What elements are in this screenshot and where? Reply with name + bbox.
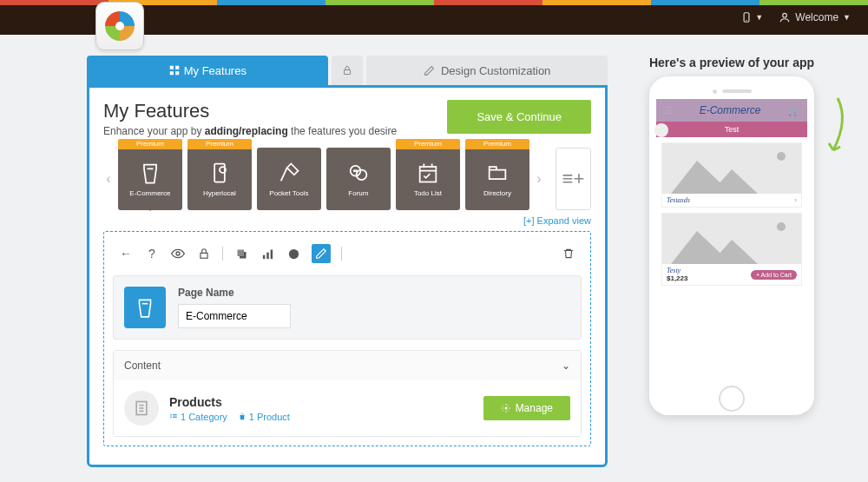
top-bar: ▼ Welcome ▼ xyxy=(0,0,868,35)
help-icon[interactable]: ? xyxy=(144,246,160,261)
svg-rect-14 xyxy=(420,167,437,182)
svg-rect-6 xyxy=(175,71,179,75)
gear-icon xyxy=(501,403,511,413)
carousel-next[interactable]: › xyxy=(534,171,544,187)
page-icon[interactable] xyxy=(124,287,166,328)
grid-icon xyxy=(168,64,181,76)
premium-badge: Premium xyxy=(118,139,182,149)
feature-card-hyperlocal[interactable]: PremiumHyperlocal xyxy=(187,148,252,210)
tab-design-customization[interactable]: Design Customization xyxy=(366,56,608,85)
bag-icon xyxy=(238,413,247,421)
save-continue-button[interactable]: Save & Continue xyxy=(447,100,591,134)
welcome-menu[interactable]: Welcome ▼ xyxy=(779,11,851,23)
back-icon[interactable]: ← xyxy=(118,246,134,261)
list-icon xyxy=(169,413,178,421)
page-name-section: Page Name xyxy=(113,275,582,340)
editor-toolbar: ← ? xyxy=(113,241,582,267)
svg-rect-19 xyxy=(262,254,265,258)
palette-icon[interactable] xyxy=(286,246,301,261)
products-meta: 1 Category 1 Product xyxy=(169,412,290,422)
features-carousel: ‹ PremiumE-CommercePremiumHyperlocalPock… xyxy=(103,148,591,210)
lock-icon xyxy=(342,65,352,76)
svg-rect-7 xyxy=(345,70,351,75)
svg-rect-27 xyxy=(170,414,172,415)
welcome-label: Welcome xyxy=(795,11,838,23)
carousel-prev[interactable]: ‹ xyxy=(103,171,114,187)
feature-label: Directory xyxy=(483,189,511,197)
svg-point-12 xyxy=(354,170,355,171)
feature-label: Forum xyxy=(348,189,368,197)
preview-tab: Test xyxy=(656,122,807,137)
products-icon xyxy=(124,391,159,426)
tab-locked[interactable] xyxy=(332,56,363,85)
menu-icon: ☰ xyxy=(663,105,672,116)
svg-point-15 xyxy=(176,252,180,255)
stats-icon[interactable] xyxy=(260,246,275,261)
content-toggle[interactable]: Content ⌄ xyxy=(114,351,581,380)
svg-rect-5 xyxy=(170,71,174,75)
premium-badge: Premium xyxy=(396,139,460,149)
preview-product-2: Testy$1,223 + Add to Cart xyxy=(661,213,802,286)
device-switcher[interactable]: ▼ xyxy=(740,11,763,23)
preview-arrow-icon xyxy=(825,94,851,163)
feature-editor: ← ? Page Name xyxy=(103,231,591,446)
features-panel: My Features Enhance your app by adding/r… xyxy=(87,85,608,467)
preview-product-1: Testasds› xyxy=(661,142,802,208)
premium-badge: Premium xyxy=(187,139,252,149)
feature-icon xyxy=(138,161,162,185)
feature-card-todo-list[interactable]: PremiumTodo List xyxy=(396,148,460,210)
edit-icon[interactable] xyxy=(312,244,331,263)
feature-icon xyxy=(207,161,232,185)
add-feature-card[interactable]: ≡+ xyxy=(556,148,591,210)
preview-app-header: ☰ E-Commerce 🛒 xyxy=(656,99,807,122)
feature-label: Hyperlocal xyxy=(203,189,236,197)
svg-point-13 xyxy=(356,170,357,171)
svg-rect-4 xyxy=(175,66,179,69)
feature-card-pocket-tools[interactable]: Pocket Tools xyxy=(257,148,321,210)
edit-icon xyxy=(424,65,435,76)
feature-icon xyxy=(485,161,510,185)
feature-icon xyxy=(346,161,371,185)
copy-icon[interactable] xyxy=(233,246,249,261)
feature-card-directory[interactable]: PremiumDirectory xyxy=(465,148,529,210)
feature-label: Pocket Tools xyxy=(269,189,308,197)
content-section: Content ⌄ Products 1 Category 1 Product xyxy=(113,350,582,437)
svg-point-22 xyxy=(288,248,298,258)
eye-icon[interactable] xyxy=(170,246,186,261)
brand-logo[interactable] xyxy=(95,2,144,50)
premium-badge: Premium xyxy=(465,139,529,149)
preview-title: Here's a preview of your app xyxy=(623,56,840,69)
svg-rect-16 xyxy=(201,253,207,258)
feature-label: E-Commerce xyxy=(129,189,170,197)
main-tabs: My Features Design Customization xyxy=(87,56,608,85)
svg-rect-30 xyxy=(173,416,177,417)
lock-icon[interactable] xyxy=(196,246,212,261)
tab-my-features[interactable]: My Features xyxy=(87,56,328,85)
chevron-down-icon: ⌄ xyxy=(562,360,570,372)
manage-button[interactable]: Manage xyxy=(483,396,570,420)
delete-icon[interactable] xyxy=(561,246,576,261)
svg-point-31 xyxy=(504,407,507,410)
svg-rect-21 xyxy=(270,249,273,259)
page-name-input[interactable] xyxy=(178,304,291,328)
home-button xyxy=(719,386,745,412)
products-title: Products xyxy=(169,395,290,409)
feature-card-forum[interactable]: Forum xyxy=(326,148,391,210)
cart-icon: 🛒 xyxy=(788,105,800,116)
svg-rect-18 xyxy=(237,249,244,256)
user-icon xyxy=(779,11,791,23)
svg-rect-29 xyxy=(173,414,177,415)
svg-point-2 xyxy=(783,13,787,17)
feature-label: Todo List xyxy=(414,189,442,197)
add-to-cart-button: + Add to Cart xyxy=(751,270,797,280)
preview-screen[interactable]: ☰ E-Commerce 🛒 Test Testasds› Testy$1,22… xyxy=(656,99,807,377)
svg-rect-20 xyxy=(266,252,269,259)
page-name-label: Page Name xyxy=(178,287,291,299)
panel-subtitle: Enhance your app by adding/replacing the… xyxy=(103,125,397,137)
expand-view-link[interactable]: [+] Expand view xyxy=(103,215,591,226)
feature-icon xyxy=(277,161,301,185)
feature-icon xyxy=(416,161,440,185)
svg-rect-3 xyxy=(170,66,174,69)
feature-card-e-commerce[interactable]: PremiumE-Commerce xyxy=(118,148,182,210)
panel-title: My Features xyxy=(103,100,397,122)
